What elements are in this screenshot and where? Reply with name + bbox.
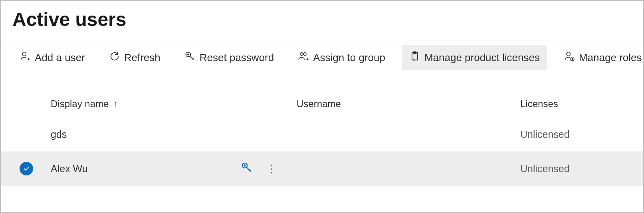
assign-group-label: Assign to group (313, 52, 385, 64)
refresh-label: Refresh (124, 52, 161, 64)
column-licenses-label: Licenses (520, 98, 558, 109)
column-username[interactable]: Username (297, 98, 520, 109)
row-display-name: gds (51, 129, 67, 140)
row-license: Unlicensed (520, 163, 570, 174)
toolbar: Add a user Refresh Reset password (1, 40, 643, 75)
key-icon (241, 161, 253, 173)
person-role-icon (564, 51, 575, 65)
reset-password-label: Reset password (200, 52, 274, 64)
row-checkbox-checked[interactable] (20, 162, 33, 175)
manage-roles-button[interactable]: Manage roles (557, 45, 644, 70)
column-display-name[interactable]: Display name ↑ (45, 98, 241, 109)
assign-group-button[interactable]: Assign to group (291, 45, 392, 70)
add-user-button[interactable]: Add a user (12, 45, 92, 70)
svg-point-3 (300, 53, 303, 56)
column-licenses[interactable]: Licenses (520, 98, 643, 109)
person-add-icon (20, 51, 31, 65)
svg-point-0 (22, 52, 26, 56)
row-display-name: Alex Wu (51, 163, 88, 175)
table-row[interactable]: Alex Wu ⋯ Unlicensed (1, 151, 643, 186)
group-add-icon (298, 51, 309, 65)
svg-point-2 (188, 54, 189, 55)
column-username-label: Username (297, 98, 341, 109)
clipboard-icon (409, 51, 420, 65)
table-row[interactable]: gds Unlicensed (1, 117, 643, 151)
svg-point-7 (567, 52, 570, 56)
sort-ascending-icon: ↑ (113, 99, 118, 109)
page-title: Active users (12, 8, 643, 30)
row-key-button[interactable] (241, 161, 253, 176)
manage-licenses-button[interactable]: Manage product licenses (402, 45, 547, 70)
svg-rect-8 (571, 58, 574, 61)
row-more-button[interactable]: ⋯ (266, 163, 277, 174)
row-license: Unlicensed (520, 129, 570, 140)
svg-point-10 (244, 165, 245, 166)
refresh-icon (109, 51, 120, 65)
svg-point-4 (303, 53, 306, 56)
manage-licenses-label: Manage product licenses (424, 52, 540, 64)
refresh-button[interactable]: Refresh (102, 45, 168, 70)
manage-roles-label: Manage roles (579, 52, 642, 64)
add-user-label: Add a user (35, 52, 85, 64)
checkmark-icon (23, 165, 30, 172)
key-icon (184, 51, 196, 65)
column-display-name-label: Display name (51, 98, 109, 109)
table-header: Display name ↑ Username Licenses (1, 87, 643, 117)
reset-password-button[interactable]: Reset password (177, 45, 281, 70)
